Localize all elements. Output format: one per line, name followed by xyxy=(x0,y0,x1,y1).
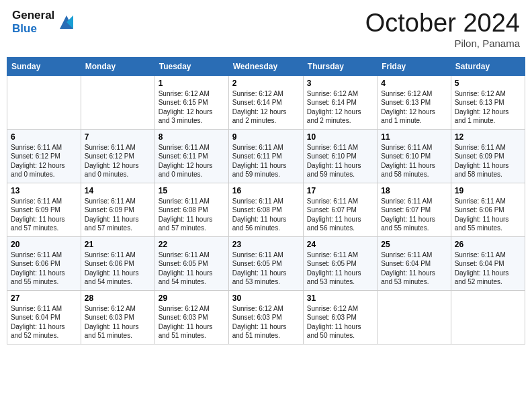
month-title-area: October 2024 Pilon, Panama xyxy=(365,9,520,49)
day-number: 14 xyxy=(85,186,151,195)
day-info: Sunrise: 6:12 AM Sunset: 6:14 PM Dayligh… xyxy=(307,89,373,126)
day-info: Sunrise: 6:11 AM Sunset: 6:04 PM Dayligh… xyxy=(455,250,521,287)
weekday-header-saturday: Saturday xyxy=(451,57,525,75)
weekday-header-monday: Monday xyxy=(81,57,154,75)
calendar-cell xyxy=(378,290,451,344)
day-number: 17 xyxy=(307,186,373,195)
calendar-cell: 6Sunrise: 6:11 AM Sunset: 6:12 PM Daylig… xyxy=(7,129,81,183)
month-title: October 2024 xyxy=(365,9,520,38)
day-info: Sunrise: 6:11 AM Sunset: 6:05 PM Dayligh… xyxy=(232,250,300,287)
day-number: 26 xyxy=(455,240,521,249)
weekday-header-row: SundayMondayTuesdayWednesdayThursdayFrid… xyxy=(7,57,525,75)
calendar-cell: 4Sunrise: 6:12 AM Sunset: 6:13 PM Daylig… xyxy=(378,75,451,129)
day-info: Sunrise: 6:12 AM Sunset: 6:03 PM Dayligh… xyxy=(232,304,300,340)
calendar-cell: 28Sunrise: 6:12 AM Sunset: 6:03 PM Dayli… xyxy=(81,290,154,344)
day-info: Sunrise: 6:11 AM Sunset: 6:10 PM Dayligh… xyxy=(307,143,373,179)
calendar-table: SundayMondayTuesdayWednesdayThursdayFrid… xyxy=(7,57,525,345)
calendar-cell: 25Sunrise: 6:11 AM Sunset: 6:04 PM Dayli… xyxy=(378,236,451,290)
day-info: Sunrise: 6:11 AM Sunset: 6:11 PM Dayligh… xyxy=(232,143,300,179)
calendar-cell: 3Sunrise: 6:12 AM Sunset: 6:14 PM Daylig… xyxy=(303,75,377,129)
day-info: Sunrise: 6:11 AM Sunset: 6:12 PM Dayligh… xyxy=(85,143,151,179)
weekday-header-tuesday: Tuesday xyxy=(154,57,228,75)
calendar-cell xyxy=(451,290,525,344)
day-info: Sunrise: 6:11 AM Sunset: 6:09 PM Dayligh… xyxy=(11,197,77,233)
day-info: Sunrise: 6:11 AM Sunset: 6:12 PM Dayligh… xyxy=(11,143,77,179)
day-info: Sunrise: 6:11 AM Sunset: 6:06 PM Dayligh… xyxy=(11,250,77,287)
day-number: 5 xyxy=(455,79,521,88)
calendar-cell xyxy=(81,75,154,129)
calendar-cell xyxy=(7,75,81,129)
calendar-cell: 30Sunrise: 6:12 AM Sunset: 6:03 PM Dayli… xyxy=(228,290,303,344)
day-number: 31 xyxy=(307,293,373,303)
day-number: 16 xyxy=(232,186,300,195)
day-number: 8 xyxy=(159,132,225,142)
calendar-cell: 22Sunrise: 6:11 AM Sunset: 6:05 PM Dayli… xyxy=(154,236,228,290)
day-number: 21 xyxy=(85,240,151,249)
day-number: 29 xyxy=(159,293,225,303)
day-info: Sunrise: 6:12 AM Sunset: 6:13 PM Dayligh… xyxy=(381,89,447,126)
week-row-4: 27Sunrise: 6:11 AM Sunset: 6:04 PM Dayli… xyxy=(7,290,525,344)
day-number: 23 xyxy=(232,240,300,249)
day-number: 18 xyxy=(381,186,447,195)
day-info: Sunrise: 6:12 AM Sunset: 6:15 PM Dayligh… xyxy=(159,89,225,126)
calendar-cell: 18Sunrise: 6:11 AM Sunset: 6:07 PM Dayli… xyxy=(378,183,451,236)
location-title: Pilon, Panama xyxy=(365,38,520,49)
calendar-cell: 13Sunrise: 6:11 AM Sunset: 6:09 PM Dayli… xyxy=(7,183,81,236)
day-number: 27 xyxy=(11,293,77,303)
day-info: Sunrise: 6:11 AM Sunset: 6:05 PM Dayligh… xyxy=(307,250,373,287)
calendar-cell: 11Sunrise: 6:11 AM Sunset: 6:10 PM Dayli… xyxy=(378,129,451,183)
day-info: Sunrise: 6:11 AM Sunset: 6:09 PM Dayligh… xyxy=(85,197,151,233)
calendar-cell: 14Sunrise: 6:11 AM Sunset: 6:09 PM Dayli… xyxy=(81,183,154,236)
day-number: 24 xyxy=(307,240,373,249)
week-row-0: 1Sunrise: 6:12 AM Sunset: 6:15 PM Daylig… xyxy=(7,75,525,129)
day-info: Sunrise: 6:12 AM Sunset: 6:13 PM Dayligh… xyxy=(455,89,521,126)
calendar-cell: 26Sunrise: 6:11 AM Sunset: 6:04 PM Dayli… xyxy=(451,236,525,290)
calendar-cell: 8Sunrise: 6:11 AM Sunset: 6:11 PM Daylig… xyxy=(154,129,228,183)
day-number: 30 xyxy=(232,293,300,303)
calendar-cell: 29Sunrise: 6:12 AM Sunset: 6:03 PM Dayli… xyxy=(154,290,228,344)
day-number: 25 xyxy=(381,240,447,249)
day-number: 7 xyxy=(85,132,151,142)
day-number: 12 xyxy=(455,132,521,142)
day-number: 6 xyxy=(11,132,77,142)
day-info: Sunrise: 6:12 AM Sunset: 6:14 PM Dayligh… xyxy=(232,89,300,126)
calendar-cell: 15Sunrise: 6:11 AM Sunset: 6:08 PM Dayli… xyxy=(154,183,228,236)
day-number: 15 xyxy=(159,186,225,195)
day-info: Sunrise: 6:11 AM Sunset: 6:04 PM Dayligh… xyxy=(11,304,77,340)
week-row-2: 13Sunrise: 6:11 AM Sunset: 6:09 PM Dayli… xyxy=(7,183,525,236)
calendar-cell: 9Sunrise: 6:11 AM Sunset: 6:11 PM Daylig… xyxy=(228,129,303,183)
logo-icon xyxy=(57,13,76,32)
weekday-header-thursday: Thursday xyxy=(303,57,377,75)
day-info: Sunrise: 6:11 AM Sunset: 6:11 PM Dayligh… xyxy=(159,143,225,179)
calendar-cell: 19Sunrise: 6:11 AM Sunset: 6:06 PM Dayli… xyxy=(451,183,525,236)
calendar-cell: 23Sunrise: 6:11 AM Sunset: 6:05 PM Dayli… xyxy=(228,236,303,290)
week-row-3: 20Sunrise: 6:11 AM Sunset: 6:06 PM Dayli… xyxy=(7,236,525,290)
calendar-cell: 21Sunrise: 6:11 AM Sunset: 6:06 PM Dayli… xyxy=(81,236,154,290)
day-info: Sunrise: 6:11 AM Sunset: 6:07 PM Dayligh… xyxy=(381,197,447,233)
logo-blue-text: Blue xyxy=(12,22,54,36)
week-row-1: 6Sunrise: 6:11 AM Sunset: 6:12 PM Daylig… xyxy=(7,129,525,183)
calendar-cell: 2Sunrise: 6:12 AM Sunset: 6:14 PM Daylig… xyxy=(228,75,303,129)
day-info: Sunrise: 6:12 AM Sunset: 6:03 PM Dayligh… xyxy=(307,304,373,340)
day-info: Sunrise: 6:11 AM Sunset: 6:07 PM Dayligh… xyxy=(307,197,373,233)
day-number: 9 xyxy=(232,132,300,142)
calendar-cell: 1Sunrise: 6:12 AM Sunset: 6:15 PM Daylig… xyxy=(154,75,228,129)
calendar-cell: 12Sunrise: 6:11 AM Sunset: 6:09 PM Dayli… xyxy=(451,129,525,183)
logo-general-text: General xyxy=(12,9,54,22)
day-info: Sunrise: 6:11 AM Sunset: 6:06 PM Dayligh… xyxy=(85,250,151,287)
calendar-cell: 5Sunrise: 6:12 AM Sunset: 6:13 PM Daylig… xyxy=(451,75,525,129)
calendar-cell: 17Sunrise: 6:11 AM Sunset: 6:07 PM Dayli… xyxy=(303,183,377,236)
weekday-header-wednesday: Wednesday xyxy=(228,57,303,75)
day-info: Sunrise: 6:11 AM Sunset: 6:08 PM Dayligh… xyxy=(232,197,300,233)
calendar-cell: 16Sunrise: 6:11 AM Sunset: 6:08 PM Dayli… xyxy=(228,183,303,236)
day-number: 13 xyxy=(11,186,77,195)
calendar-cell: 20Sunrise: 6:11 AM Sunset: 6:06 PM Dayli… xyxy=(7,236,81,290)
calendar-cell: 27Sunrise: 6:11 AM Sunset: 6:04 PM Dayli… xyxy=(7,290,81,344)
day-number: 20 xyxy=(11,240,77,249)
day-info: Sunrise: 6:11 AM Sunset: 6:09 PM Dayligh… xyxy=(455,143,521,179)
day-info: Sunrise: 6:11 AM Sunset: 6:04 PM Dayligh… xyxy=(381,250,447,287)
day-info: Sunrise: 6:12 AM Sunset: 6:03 PM Dayligh… xyxy=(159,304,225,340)
day-info: Sunrise: 6:11 AM Sunset: 6:08 PM Dayligh… xyxy=(159,197,225,233)
logo: General Blue xyxy=(12,9,76,36)
day-number: 2 xyxy=(232,79,300,88)
